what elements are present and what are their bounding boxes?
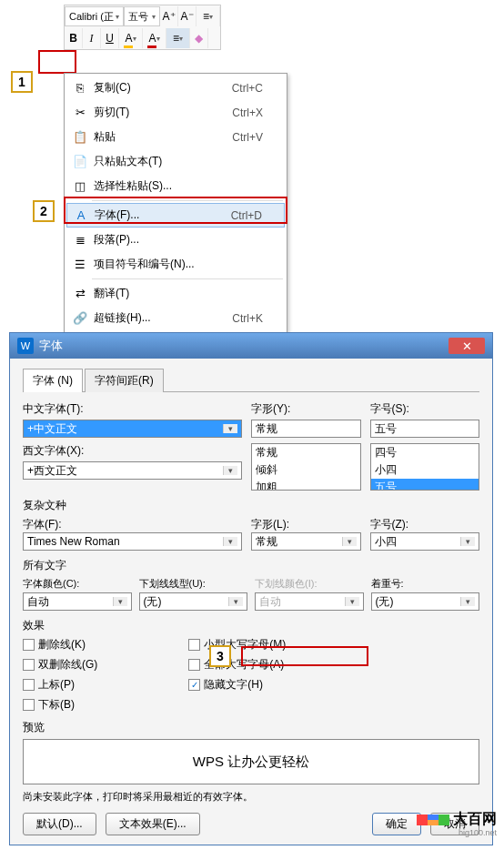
font-color-button[interactable]: A▾ [143, 28, 166, 48]
bold-button[interactable]: B [65, 28, 83, 48]
formatting-toolbar: Calibri (正▾ 五号▾ A⁺ A⁻ ≡▾ B I U A▾ A▾ ≡▾ … [64, 5, 221, 50]
font-selector[interactable]: Calibri (正▾ [65, 6, 124, 26]
italic-button[interactable]: I [83, 28, 101, 48]
underline-button[interactable]: U [101, 28, 119, 48]
decrease-font-icon[interactable]: A⁻ [178, 6, 197, 26]
increase-font-icon[interactable]: A⁺ [160, 6, 178, 26]
eraser-icon[interactable]: ◆ [190, 28, 208, 48]
font-size-selector[interactable]: 五号▾ [124, 6, 160, 26]
align-button[interactable]: ≡▾ [166, 28, 190, 48]
line-spacing-icon[interactable]: ≡▾ [197, 6, 220, 26]
highlight-color-button[interactable]: A▾ [119, 28, 143, 48]
